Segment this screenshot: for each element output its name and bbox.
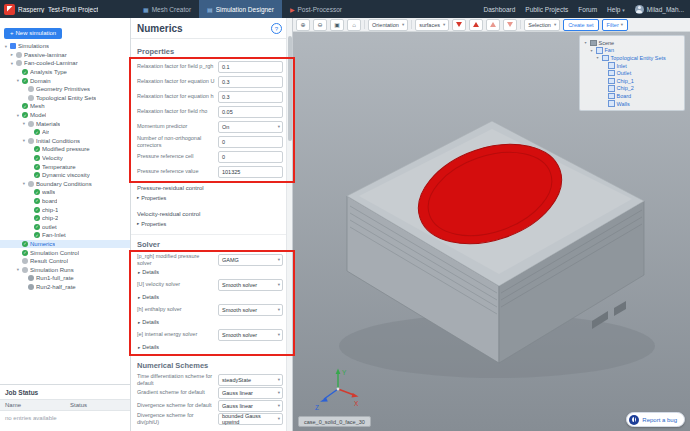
chevron-down-icon[interactable]: ▾	[595, 55, 600, 60]
scene-tree-item-walls[interactable]: Walls	[583, 100, 681, 108]
entity-checkbox-icon[interactable]	[608, 100, 615, 107]
tree-item-run2-half-rate[interactable]: Run2-half_rate	[0, 283, 130, 292]
tree-item-materials[interactable]: ▾Materials	[0, 119, 130, 128]
tab-simulation-designer[interactable]: ▤ Simulation Designer	[199, 0, 282, 18]
axis-gizmo[interactable]: Y X Z	[314, 365, 362, 411]
new-simulation-button[interactable]: + New simulation	[4, 28, 62, 39]
tree-item-chip-1[interactable]: ✓chip-1	[0, 205, 130, 214]
chevron-down-icon[interactable]: ▾	[589, 48, 594, 53]
tree-item-simulations[interactable]: ▾Simulations	[0, 42, 130, 51]
scene-tree-item-fan[interactable]: ▾Fan	[583, 47, 681, 55]
hide-selection-icon[interactable]	[452, 19, 466, 31]
chevron-down-icon[interactable]: ▾	[21, 181, 27, 186]
tab-post-processor[interactable]: ▶ Post-Processor	[282, 0, 350, 18]
orientation-dropdown[interactable]: Orientation ▾	[368, 19, 408, 31]
chevron-down-icon[interactable]: ▾	[583, 40, 588, 45]
entity-checkbox-icon[interactable]	[602, 55, 609, 62]
property-select[interactable]: On▾	[218, 121, 283, 133]
property-input[interactable]: 0.3	[218, 91, 283, 103]
tree-item-numerics[interactable]: ✓Numerics	[0, 240, 130, 249]
tree-item-simulation-control[interactable]: ✓Simulation Control	[0, 248, 130, 257]
scene-tree-item-chip-2[interactable]: Chip_2	[583, 85, 681, 93]
help-icon[interactable]: ?	[271, 23, 282, 34]
entity-checkbox-icon[interactable]	[608, 70, 615, 77]
solver-select[interactable]: Smooth solver▾	[218, 329, 283, 341]
entity-checkbox-icon[interactable]	[608, 62, 615, 69]
nav-help[interactable]: Help ▾	[607, 6, 625, 13]
tree-item-chip-2[interactable]: ✓chip-2	[0, 214, 130, 223]
property-input[interactable]: 0	[218, 151, 283, 163]
panel-scrollbar[interactable]	[286, 18, 292, 431]
filter-button[interactable]: Filter ▾	[602, 19, 629, 31]
chevron-right-icon[interactable]: ▸	[9, 52, 15, 57]
tree-item-analysis-type[interactable]: ✓Analysis Type	[0, 68, 130, 77]
tree-item-domain[interactable]: ▾✓Domain	[0, 76, 130, 85]
property-input[interactable]: 0.3	[218, 76, 283, 88]
entity-checkbox-icon[interactable]	[608, 93, 615, 100]
scene-tree-item-topological-entity-sets[interactable]: ▾Topological Entity Sets	[583, 54, 681, 62]
tree-item-velocity[interactable]: ✓Velocity	[0, 154, 130, 163]
scheme-select[interactable]: bounded Gauss upwind▾	[218, 413, 283, 425]
solver-details-toggle[interactable]: ▸Details	[131, 317, 292, 327]
show-all-icon[interactable]	[503, 19, 517, 31]
show-selection-icon[interactable]	[469, 19, 483, 31]
viewport-3d[interactable]: ⊕ ⊖ ▣ ⌂ Orientation ▾ surfaces ▾ Selecti…	[292, 18, 690, 431]
chevron-down-icon[interactable]: ▾	[21, 138, 27, 143]
create-set-button[interactable]: Create set	[563, 19, 598, 31]
property-input[interactable]: 0.1	[218, 61, 283, 73]
app-logo-icon[interactable]	[4, 4, 15, 15]
tree-item-topological-entity-sets[interactable]: Topological Entity Sets	[0, 94, 130, 103]
tab-mesh-creator[interactable]: ▦ Mesh Creator	[135, 0, 199, 18]
chevron-down-icon[interactable]: ▾	[9, 61, 15, 66]
tree-item-run1-full-rate[interactable]: Run1-full_rate	[0, 274, 130, 283]
property-input[interactable]: 101325	[218, 166, 283, 178]
property-input[interactable]: 0.05	[218, 106, 283, 118]
scheme-select[interactable]: Gauss linear▾	[218, 387, 283, 399]
tree-item-modified-pressure[interactable]: ✓Modified pressure	[0, 145, 130, 154]
tree-item-outlet[interactable]: ✓outlet	[0, 222, 130, 231]
residual-properties-toggle[interactable]: ▸Properties	[137, 193, 283, 202]
entity-checkbox-icon[interactable]	[596, 47, 603, 54]
scheme-select[interactable]: Gauss linear▾	[218, 400, 283, 412]
entity-checkbox-icon[interactable]	[608, 85, 615, 92]
solver-select[interactable]: Smooth solver▾	[218, 304, 283, 316]
nav-public-projects[interactable]: Public Projects	[525, 6, 568, 13]
tree-item-walls[interactable]: ✓walls	[0, 188, 130, 197]
user-menu[interactable]: Milad_Mah...	[635, 5, 684, 14]
property-input[interactable]: 0	[218, 136, 283, 148]
tree-item-simulation-runs[interactable]: ▾Simulation Runs	[0, 265, 130, 274]
entity-checkbox-icon[interactable]	[608, 78, 615, 85]
scene-tree-item-inlet[interactable]: Inlet	[583, 62, 681, 70]
tree-item-geometry-primitives[interactable]: Geometry Primitives	[0, 85, 130, 94]
render-mode-dropdown[interactable]: surfaces ▾	[415, 19, 449, 31]
report-bug-button[interactable]: Report a bug	[626, 412, 685, 427]
chevron-down-icon[interactable]: ▾	[15, 113, 21, 118]
nav-dashboard[interactable]: Dashboard	[483, 6, 515, 13]
solver-select[interactable]: GAMG▾	[218, 254, 283, 266]
tree-item-result-control[interactable]: Result Control	[0, 257, 130, 266]
tree-item-mesh[interactable]: ✓Mesh	[0, 102, 130, 111]
nav-forum[interactable]: Forum	[578, 6, 597, 13]
scene-tree-item-scene[interactable]: ▾Scene	[583, 39, 681, 47]
tree-item-temperature[interactable]: ✓Temperature	[0, 162, 130, 171]
tree-item-fan-cooled-laminar[interactable]: ▾Fan-cooled-Laminar	[0, 59, 130, 68]
home-view-icon[interactable]: ⌂	[347, 19, 361, 31]
fit-view-icon[interactable]: ▣	[330, 19, 344, 31]
tree-item-boundary-conditions[interactable]: ▾Boundary Conditions	[0, 180, 130, 189]
zoom-out-icon[interactable]: ⊖	[313, 19, 327, 31]
tree-item-initial-conditions[interactable]: ▾Initial Conditions	[0, 137, 130, 146]
scheme-select[interactable]: steadyState▾	[218, 374, 283, 386]
tree-item-board[interactable]: ✓board	[0, 197, 130, 206]
solver-details-toggle[interactable]: ▸Details	[131, 292, 292, 302]
solver-details-toggle[interactable]: ▸Details	[131, 342, 292, 352]
chevron-down-icon[interactable]: ▾	[21, 121, 27, 126]
scene-tree-item-chip-1[interactable]: Chip_1	[583, 77, 681, 85]
panel-scrollbar-thumb[interactable]	[288, 36, 292, 141]
tree-item-dynamic-viscosity[interactable]: ✓Dynamic viscosity	[0, 171, 130, 180]
chevron-down-icon[interactable]: ▾	[15, 78, 21, 83]
tree-item-passive-laminar[interactable]: ▸Passive-laminar	[0, 51, 130, 60]
selection-dropdown[interactable]: Selection ▾	[524, 19, 560, 31]
isolate-selection-icon[interactable]	[486, 19, 500, 31]
tree-item-model[interactable]: ▾✓Model	[0, 111, 130, 120]
tree-item-air[interactable]: ✓Air	[0, 128, 130, 137]
